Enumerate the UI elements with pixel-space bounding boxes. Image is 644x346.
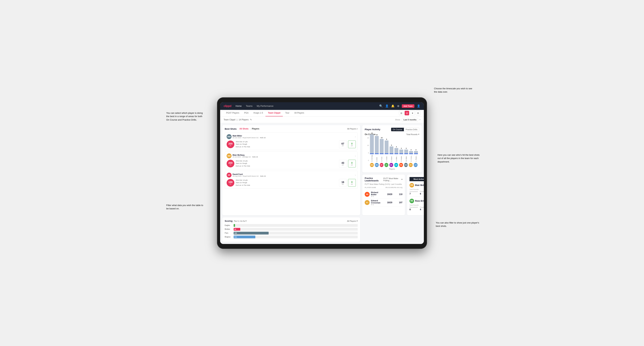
bar[interactable] xyxy=(375,136,379,154)
bar[interactable] xyxy=(404,150,408,154)
show-value-dropdown[interactable]: Last 3 months xyxy=(402,118,418,121)
shots-tab-players[interactable]: Players xyxy=(250,128,261,130)
player-bar-name: M. Miller xyxy=(406,155,407,162)
player-activity-card: Player Activity On Course Practice Drill… xyxy=(362,125,422,173)
view-settings[interactable]: ⚙ xyxy=(416,111,420,115)
callout-bottom-left: Filter what data you wish the table to b… xyxy=(166,204,205,210)
bottom-section: Practice Leaderboards PUTT Must Make Put… xyxy=(362,174,422,215)
shot-badge: 198 SG xyxy=(226,179,234,187)
active-rounds-section: Total Rounds Tournament 8 Practice 4 xyxy=(410,204,424,211)
callout-right-bottom: You can also filter to show just one pla… xyxy=(436,221,483,228)
player-avatar: JC xyxy=(384,163,388,167)
bar[interactable] xyxy=(370,134,374,154)
shot-stats-row: 200 SG Shot Dist: 67 yds Start Lie: Roug… xyxy=(226,141,356,148)
nav-teams[interactable]: Teams xyxy=(246,105,252,107)
scoring-row: Birdies 96 xyxy=(225,228,358,231)
callout-top-right: Choose the timescale you wish to see the… xyxy=(434,87,472,94)
shot-player-avatar: BM xyxy=(226,154,232,158)
callout-top-left: You can select which player is doing the… xyxy=(166,111,205,122)
active-player-name: Blair McHarg xyxy=(415,184,424,186)
scoring-bar-container: 3 xyxy=(234,224,358,227)
most-active-tab[interactable]: Most Active xyxy=(410,177,424,181)
practice-avatar: EC xyxy=(365,200,370,205)
bar[interactable] xyxy=(399,150,403,154)
shot-item[interactable]: BM Blair McHarg 23 Jul 2023 · Ashridge G… xyxy=(225,152,358,169)
tab-pgat-players[interactable]: PGAT Players xyxy=(224,110,242,116)
chevron-down-icon: ▾ xyxy=(357,220,358,222)
chevron-right-icon: › xyxy=(355,174,356,176)
scoring-bar xyxy=(234,224,235,227)
total-rounds-dropdown[interactable]: Total Rounds ▾ xyxy=(406,133,419,135)
practice-header: Practice Leaderboards PUTT Must Make Put… xyxy=(365,177,402,182)
shot-player-avatar: MM xyxy=(226,134,232,139)
shot-player-info: Matt Miller 09 Jun 2023 · Royal North De… xyxy=(232,135,354,139)
edit-icon[interactable]: ✎ xyxy=(250,119,252,121)
tab-all-players[interactable]: All Players xyxy=(292,110,306,116)
tab-hcaps[interactable]: Hcaps 1-5 xyxy=(251,110,266,116)
practice-rows: RB Richard Butler ① 1 19/20 110 EC Edwar… xyxy=(365,190,402,207)
shot-details: Shot Dist: 67 yds Start Lie: Rough End L… xyxy=(236,141,338,148)
scoring-label: Eagles xyxy=(225,224,232,226)
bell-icon[interactable]: 🔔 xyxy=(391,104,394,108)
practice-drills-toggle[interactable]: Practice Drills xyxy=(404,128,419,131)
shot-player-meta: 23 Jul 2023 · Ashridge GC Hole 15 xyxy=(232,156,354,158)
scoring-par-dropdown[interactable]: Par 3, 4 & 5s ▾ xyxy=(234,220,247,222)
shot-badge: 200 SG xyxy=(226,141,234,148)
practice-table-row[interactable]: EC Edward Crossman ② 2 18/20 107 xyxy=(365,198,402,207)
bar[interactable] xyxy=(414,151,418,154)
player-bar-name: J. Coles xyxy=(386,155,388,162)
tab-tour[interactable]: Tour xyxy=(283,110,292,116)
view-grid3[interactable]: ⊟ xyxy=(404,111,409,115)
view-heart[interactable]: ♥ xyxy=(410,111,415,115)
add-circle-icon[interactable]: ⊕ xyxy=(397,104,399,108)
player-bar-name: D. Ford xyxy=(381,155,382,162)
bar[interactable] xyxy=(390,147,394,154)
bar-group: 2L. Robertson xyxy=(414,149,418,161)
person-icon[interactable]: 👤 xyxy=(385,104,389,108)
stat-box-end: 0 yds xyxy=(348,179,356,187)
shot-item-header: DF David Ford 24 Aug 2023 · Royal North … xyxy=(226,173,356,177)
shot-item-header: BM Blair McHarg 23 Jul 2023 · Ashridge G… xyxy=(226,154,356,158)
practice-title: Practice Leaderboards xyxy=(365,177,382,182)
shot-stats-row: 198 SG Shot Dist: 16 yds Start Lie: Roug… xyxy=(226,179,356,187)
player-avatar: BB xyxy=(375,163,379,167)
tablet-frame: clippd Home Teams My Performance 🔍 👤 🔔 ⊕… xyxy=(217,97,427,249)
player-avatar: LR xyxy=(414,163,418,167)
bar-value-label: 2 xyxy=(416,149,416,151)
show-label: Show: xyxy=(395,119,400,121)
bar[interactable] xyxy=(409,151,413,154)
players-filter-dropdown[interactable]: All Players ▾ xyxy=(347,128,358,130)
shot-item[interactable]: DF David Ford 24 Aug 2023 · Royal North … xyxy=(225,171,358,188)
tab-pga[interactable]: PGA xyxy=(242,110,251,116)
bar-value-label: 2 xyxy=(410,149,412,151)
shot-details: Shot Dist: 16 yds Start Lie: Rough End L… xyxy=(236,179,338,186)
bar[interactable] xyxy=(394,148,398,154)
practice-dropdown[interactable]: PUTT Must Make Putting ... ▾ xyxy=(383,177,402,181)
best-shots-card: Best Shots All Shots | Players All Playe… xyxy=(222,125,360,215)
on-course-toggle[interactable]: On Course xyxy=(391,128,404,131)
shots-tab-all[interactable]: All Shots xyxy=(238,128,250,130)
shot-player-meta: 09 Jun 2023 · Royal North Devon GC Hole … xyxy=(232,137,354,139)
chevron-down-icon: ▾ xyxy=(402,178,402,180)
view-grid2[interactable]: ⊞ xyxy=(399,111,404,115)
shot-item[interactable]: MM Matt Miller 09 Jun 2023 · Royal North… xyxy=(225,132,358,150)
bar[interactable] xyxy=(380,139,384,154)
scoring-bar-value: 96 xyxy=(234,228,236,230)
scoring-players-dropdown[interactable]: All Players ▾ xyxy=(347,220,358,222)
bar-group: 10D. Ford xyxy=(380,137,384,162)
tab-team-clippd[interactable]: Team Clippd xyxy=(266,110,283,116)
search-icon[interactable]: 🔍 xyxy=(379,104,383,108)
practice-table-row[interactable]: RB Richard Butler ① 1 19/20 110 xyxy=(365,190,402,198)
chevron-right-icon: › xyxy=(355,155,356,157)
stat-box-dist: 16 yds xyxy=(339,179,347,187)
nav-performance[interactable]: My Performance xyxy=(257,105,273,107)
sub-nav-right: ⊞ ⊟ ♥ ⚙ xyxy=(399,111,420,115)
shot-player-avatar: DF xyxy=(226,173,232,177)
bar-chart: 15 10 5 0 13B. McHarg12B. Britt10D. Ford… xyxy=(365,137,419,162)
user-avatar[interactable]: 👤 xyxy=(417,104,420,108)
bar[interactable] xyxy=(385,141,388,154)
add-team-button[interactable]: Add Team xyxy=(402,104,414,108)
app-logo: clippd xyxy=(224,105,231,108)
player-bar-name: B. McHarg xyxy=(371,155,373,162)
nav-home[interactable]: Home xyxy=(236,105,242,107)
